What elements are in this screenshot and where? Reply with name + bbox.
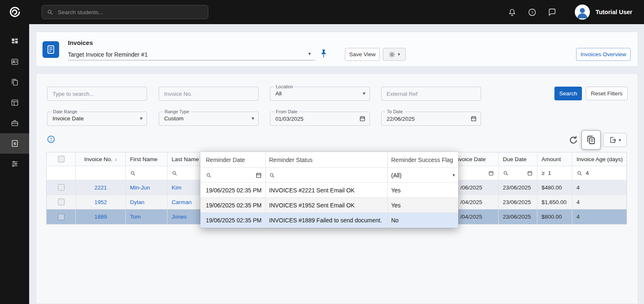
sidebar-item-settings[interactable]	[0, 154, 29, 174]
col-header-reminder-status[interactable]: Reminder Status	[266, 152, 388, 167]
panel-row[interactable]: 19/06/2025 02:35 PM INVOICES #2221 Sent …	[200, 183, 458, 198]
col-header-label: Amount	[542, 156, 561, 162]
first-name-link[interactable]: Tom	[130, 214, 141, 220]
invoice-no-link[interactable]: 1889	[94, 214, 107, 220]
invoice-no-link[interactable]: 1952	[94, 199, 107, 205]
filter-cell-invoice-age[interactable]: 4	[572, 166, 627, 180]
panel-row[interactable]: 19/06/2025 02:35 PM INVOICES #1952 Sent …	[200, 198, 458, 213]
reminder-status-cell: INVOICES #2221 Sent Email OK	[266, 183, 388, 197]
col-header-invoice-no[interactable]: Invoice No. ↓	[76, 152, 126, 166]
help-icon[interactable]: ?	[528, 8, 537, 17]
invoice-no-input[interactable]	[159, 87, 258, 100]
type-to-search-input[interactable]	[47, 87, 147, 100]
calendar-icon[interactable]	[470, 115, 477, 122]
refresh-button[interactable]	[568, 135, 579, 145]
to-date-field: To Date	[381, 112, 481, 126]
last-name-link[interactable]: Kim	[172, 184, 181, 191]
column-chooser-button-highlighted[interactable]	[582, 130, 601, 150]
chevron-down-icon: ▾	[363, 91, 365, 96]
col-header-invoice-date[interactable]: Invoice Date	[453, 152, 499, 166]
sidebar-item-contacts[interactable]	[0, 52, 29, 72]
row-select-cell	[47, 180, 76, 194]
last-name-link[interactable]: Carman	[172, 199, 192, 205]
filter-cell-first-name[interactable]	[126, 166, 167, 180]
search-icon[interactable]	[503, 170, 509, 176]
last-name-link[interactable]: Jones	[172, 214, 187, 220]
location-select[interactable]: Location All ▾	[270, 87, 370, 101]
first-name-link[interactable]: Min-Jun	[130, 184, 150, 191]
col-header-first-name[interactable]: First Name	[126, 152, 167, 166]
col-header-reminder-date[interactable]: Reminder Date	[200, 152, 266, 167]
sidebar-item-invoices[interactable]: S	[0, 133, 29, 154]
sidebar: S	[0, 0, 29, 304]
sidebar-item-dashboard[interactable]	[0, 31, 29, 52]
chevron-down-icon: ▾	[140, 116, 142, 121]
topbar-right: ? Tutorial User	[497, 5, 632, 20]
col-header-amount[interactable]: Amount	[537, 152, 572, 166]
calendar-icon[interactable]	[488, 170, 494, 176]
location-label: Location	[274, 84, 295, 90]
calendar-icon[interactable]	[359, 115, 366, 122]
saved-view-select[interactable]: Target Invoice for Reminder #1 ▾	[68, 49, 315, 60]
invoices-overview-button[interactable]: Invoices Overview	[576, 48, 631, 61]
select-all-checkbox[interactable]	[58, 156, 65, 162]
calendar-icon[interactable]	[527, 170, 533, 176]
search-button[interactable]: Search	[554, 87, 582, 100]
filter-cell-reminder-success-flag[interactable]: (All) ▾	[388, 168, 458, 182]
pin-icon	[319, 49, 329, 59]
sidebar-item-services[interactable]	[0, 113, 29, 133]
copy-columns-icon	[586, 135, 596, 145]
reset-filters-button[interactable]: Reset Filters	[586, 87, 628, 100]
app-logo[interactable]	[0, 0, 29, 24]
col-header-invoice-age[interactable]: Invoice Age (days)	[572, 152, 627, 166]
export-button[interactable]: ▾	[603, 133, 627, 147]
row-checkbox[interactable]	[58, 214, 65, 220]
filter-cell-invoice-date[interactable]	[453, 166, 499, 180]
chat-icon[interactable]	[548, 8, 557, 17]
sliders-icon	[11, 160, 19, 168]
type-to-search-field	[47, 87, 147, 101]
search-icon[interactable]	[206, 172, 212, 178]
search-icon[interactable]	[577, 170, 582, 176]
filter-cell-reminder-status[interactable]	[266, 168, 388, 182]
search-icon[interactable]	[172, 170, 177, 176]
greater-equal-operator[interactable]: ≥	[542, 170, 544, 176]
filter-cell-last-name[interactable]	[167, 166, 201, 180]
filter-cell-amount[interactable]: ≥ 1	[537, 166, 572, 180]
external-ref-input[interactable]	[382, 87, 481, 100]
col-header-label: Invoice No.	[84, 156, 112, 162]
range-type-select[interactable]: Range Type Custom ▾	[159, 112, 259, 126]
save-view-button[interactable]: Save View	[345, 48, 380, 61]
panel-row-selected[interactable]: 19/06/2025 02:35 PM INVOICES #1889 Faile…	[200, 213, 458, 228]
first-name-link[interactable]: Dylan	[130, 199, 145, 205]
reminder-date-cell: 19/06/2025 02:35 PM	[200, 198, 266, 212]
pin-view-button[interactable]	[319, 49, 329, 59]
reminder-status-cell: INVOICES #1952 Sent Email OK	[266, 198, 388, 212]
global-search-input[interactable]	[42, 5, 208, 19]
invoice-no-link[interactable]: 2221	[94, 184, 107, 191]
search-icon[interactable]	[269, 172, 275, 178]
row-checkbox[interactable]	[58, 199, 65, 205]
col-header-label: Last Name	[172, 156, 199, 162]
contact-card-icon	[11, 58, 19, 66]
invoice-age-cell: 4	[572, 180, 627, 194]
col-header-last-name[interactable]: Last Name	[167, 152, 201, 166]
col-header-due-date[interactable]: Due Date	[499, 152, 537, 166]
filter-cell-invoice-no[interactable]	[76, 166, 126, 180]
filter-cell-reminder-date[interactable]	[200, 168, 266, 182]
user-avatar[interactable]	[575, 5, 590, 20]
row-checkbox[interactable]	[58, 184, 65, 191]
filter-cell-due-date[interactable]	[499, 166, 537, 180]
invoice-no-field	[159, 87, 259, 101]
col-header-reminder-success-flag[interactable]: Reminder Success Flag	[388, 152, 458, 167]
view-settings-button[interactable]: ▾	[383, 48, 406, 61]
invoice-document-icon: S	[11, 140, 19, 147]
search-icon[interactable]	[130, 170, 136, 176]
notifications-bell-icon[interactable]	[508, 8, 517, 17]
sidebar-item-tables[interactable]	[0, 92, 29, 113]
date-range-select[interactable]: Date Range Invoice Date ▾	[47, 112, 147, 126]
age-filter-value: 4	[586, 170, 589, 176]
calendar-icon[interactable]	[255, 172, 262, 179]
info-icon[interactable]	[47, 135, 55, 143]
sidebar-item-documents[interactable]	[0, 72, 29, 92]
